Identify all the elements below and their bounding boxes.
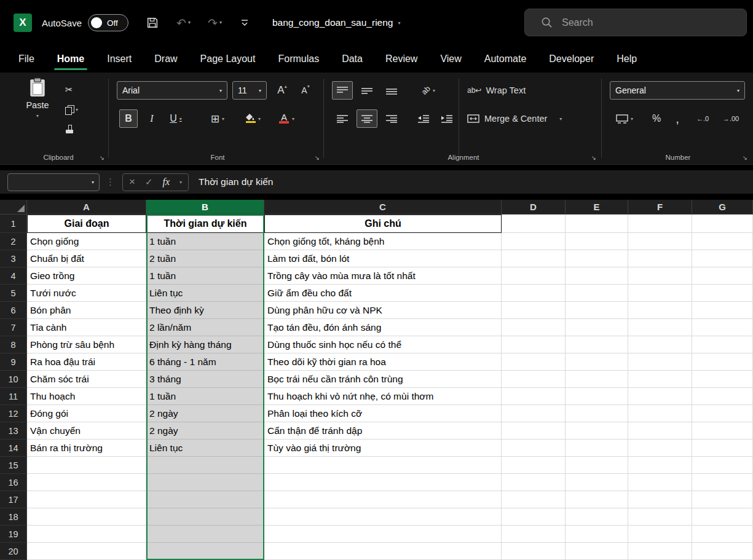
- font-color-button[interactable]: A ▾: [273, 109, 300, 128]
- menu-tab-page-layout[interactable]: Page Layout: [200, 53, 256, 65]
- cell-E13[interactable]: [566, 422, 628, 440]
- cell-B7[interactable]: 2 lần/năm: [146, 319, 264, 336]
- row-header-3[interactable]: 3: [0, 250, 27, 267]
- cell-B17[interactable]: [146, 491, 264, 508]
- percent-style-button[interactable]: %: [648, 109, 665, 128]
- cell-G13[interactable]: [692, 422, 753, 440]
- cell-B6[interactable]: Theo định kỳ: [146, 302, 264, 319]
- cell-G1[interactable]: [692, 215, 753, 233]
- cell-F13[interactable]: [628, 422, 692, 440]
- column-header-G[interactable]: G: [692, 200, 753, 215]
- row-header-4[interactable]: 4: [0, 267, 27, 285]
- cell-B20[interactable]: [146, 543, 264, 560]
- column-header-B[interactable]: B: [146, 200, 264, 215]
- cell-A6[interactable]: Bón phân: [27, 302, 146, 319]
- cell-D4[interactable]: [502, 267, 566, 285]
- cell-A11[interactable]: Thu hoạch: [27, 388, 146, 405]
- enter-icon[interactable]: ✓: [145, 176, 153, 187]
- name-box[interactable]: ▾: [7, 173, 100, 191]
- cell-B16[interactable]: [146, 474, 264, 491]
- cell-E20[interactable]: [566, 543, 628, 560]
- menu-tab-automate[interactable]: Automate: [484, 53, 526, 65]
- cell-C20[interactable]: [264, 543, 502, 560]
- search-box[interactable]: Search: [524, 9, 747, 36]
- cell-B15[interactable]: [146, 457, 264, 474]
- cell-G16[interactable]: [692, 474, 753, 491]
- cell-C5[interactable]: Giữ ẩm đều cho đất: [264, 285, 502, 302]
- redo-icon[interactable]: ↷▾: [208, 17, 222, 29]
- cell-D1[interactable]: [502, 215, 566, 233]
- cell-E11[interactable]: [566, 388, 628, 405]
- cell-G14[interactable]: [692, 440, 753, 457]
- cell-A17[interactable]: [27, 491, 146, 508]
- cell-E7[interactable]: [566, 319, 628, 336]
- column-header-D[interactable]: D: [502, 200, 566, 215]
- cell-E9[interactable]: [566, 353, 628, 371]
- cell-A15[interactable]: [27, 457, 146, 474]
- cell-F7[interactable]: [628, 319, 692, 336]
- align-center-button[interactable]: [357, 109, 377, 128]
- cell-G20[interactable]: [692, 543, 753, 560]
- font-size-select[interactable]: 11▾: [232, 81, 267, 100]
- cell-B19[interactable]: [146, 526, 264, 543]
- row-header-17[interactable]: 17: [0, 491, 27, 508]
- cell-E6[interactable]: [566, 302, 628, 319]
- format-painter-button[interactable]: [65, 120, 89, 138]
- cell-F15[interactable]: [628, 457, 692, 474]
- merge-center-button[interactable]: Merge & Center ▾: [467, 109, 593, 128]
- menu-tab-insert[interactable]: Insert: [107, 53, 132, 65]
- save-icon[interactable]: [146, 16, 159, 30]
- cell-E18[interactable]: [566, 508, 628, 526]
- cell-B14[interactable]: Liên tục: [146, 440, 264, 457]
- cell-C13[interactable]: Cẩn thận để tránh dập: [264, 422, 502, 440]
- cell-A19[interactable]: [27, 526, 146, 543]
- cell-D17[interactable]: [502, 491, 566, 508]
- formula-input[interactable]: Thời gian dự kiến: [199, 176, 273, 187]
- cell-C10[interactable]: Bọc trái nếu cần tránh côn trùng: [264, 371, 502, 388]
- number-dialog-launcher-icon[interactable]: ↘: [743, 154, 747, 161]
- row-header-5[interactable]: 5: [0, 285, 27, 302]
- cell-G3[interactable]: [692, 250, 753, 267]
- row-header-12[interactable]: 12: [0, 405, 27, 422]
- cell-D11[interactable]: [502, 388, 566, 405]
- paste-button[interactable]: Paste ▾: [20, 77, 55, 145]
- row-header-19[interactable]: 19: [0, 526, 27, 543]
- fill-color-button[interactable]: ▾: [239, 109, 266, 128]
- cell-F2[interactable]: [628, 233, 692, 250]
- cell-C9[interactable]: Theo dõi kỹ thời gian ra hoa: [264, 353, 502, 371]
- cell-A7[interactable]: Tỉa cành: [27, 319, 146, 336]
- cell-B12[interactable]: 2 ngày: [146, 405, 264, 422]
- row-header-11[interactable]: 11: [0, 388, 27, 405]
- wrap-text-button[interactable]: ab↩ Wrap Text: [467, 81, 559, 100]
- grow-font-button[interactable]: A▴: [272, 81, 293, 100]
- cell-C12[interactable]: Phân loại theo kích cỡ: [264, 405, 502, 422]
- cell-D12[interactable]: [502, 405, 566, 422]
- cell-F5[interactable]: [628, 285, 692, 302]
- cell-B13[interactable]: 2 ngày: [146, 422, 264, 440]
- column-header-F[interactable]: F: [628, 200, 692, 215]
- cell-F12[interactable]: [628, 405, 692, 422]
- cell-F17[interactable]: [628, 491, 692, 508]
- cell-F14[interactable]: [628, 440, 692, 457]
- row-header-7[interactable]: 7: [0, 319, 27, 336]
- cell-G17[interactable]: [692, 491, 753, 508]
- cell-B4[interactable]: 1 tuần: [146, 267, 264, 285]
- row-header-8[interactable]: 8: [0, 336, 27, 353]
- cell-C18[interactable]: [264, 508, 502, 526]
- cell-A8[interactable]: Phòng trừ sâu bệnh: [27, 336, 146, 353]
- row-header-14[interactable]: 14: [0, 440, 27, 457]
- cell-F16[interactable]: [628, 474, 692, 491]
- row-header-2[interactable]: 2: [0, 233, 27, 250]
- row-header-16[interactable]: 16: [0, 474, 27, 491]
- decrease-decimal-button[interactable]: →.00: [718, 109, 744, 128]
- cut-button[interactable]: ✂: [65, 81, 89, 98]
- menu-tab-data[interactable]: Data: [342, 53, 363, 65]
- cell-D15[interactable]: [502, 457, 566, 474]
- cell-F11[interactable]: [628, 388, 692, 405]
- cell-F1[interactable]: [628, 215, 692, 233]
- cell-B9[interactable]: 6 tháng - 1 năm: [146, 353, 264, 371]
- orientation-button[interactable]: ab▾: [413, 81, 444, 100]
- menu-tab-file[interactable]: File: [18, 53, 34, 65]
- cell-G15[interactable]: [692, 457, 753, 474]
- bottom-align-button[interactable]: [381, 81, 402, 100]
